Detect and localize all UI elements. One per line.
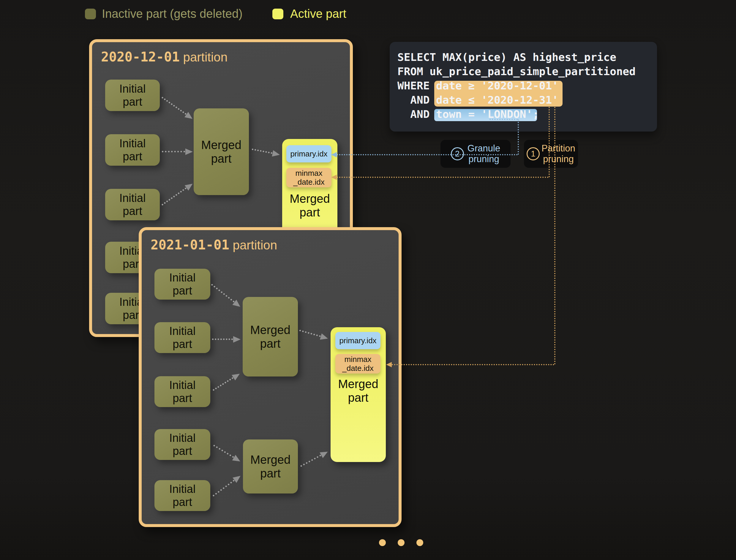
primary-idx-chip: primary.idx xyxy=(286,145,331,162)
initial-part: Initial part xyxy=(105,189,160,220)
carousel-dot[interactable] xyxy=(417,539,423,546)
merged-part-label: Merged part xyxy=(282,192,337,219)
primary-idx-chip: primary.idx xyxy=(335,332,381,349)
step-1-icon: 1 xyxy=(527,147,540,160)
partition-connector xyxy=(392,364,554,365)
initial-part: Initial part xyxy=(154,429,210,460)
partition-arrowhead-icon xyxy=(386,362,392,367)
merged-part-active: primary.idx minmax_date.idx Merged part xyxy=(330,327,386,462)
initial-part: Initial part xyxy=(154,269,210,300)
partition-connector xyxy=(337,177,549,178)
granule-pruning-text: Granulepruning xyxy=(468,143,500,164)
carousel-dot[interactable] xyxy=(379,539,386,546)
initial-part: Initial part xyxy=(154,480,210,511)
minmax-date-idx-chip: minmax_date.idx xyxy=(335,354,381,374)
granule-pruning-label: 2 Granulepruning xyxy=(441,140,511,168)
partition1-title: 2020-12-01 partition xyxy=(101,49,227,64)
inactive-part-swatch xyxy=(85,9,96,19)
granule-connector xyxy=(518,119,519,155)
merge-arrow xyxy=(162,151,185,152)
granule-connector xyxy=(490,119,518,120)
legend-inactive-label: Inactive part (gets deleted) xyxy=(102,7,243,21)
sql-line: AND date ≤ '2020-12-31' xyxy=(398,93,558,107)
initial-part: Initial part xyxy=(154,322,210,353)
merged-part-inactive: Merged part xyxy=(194,108,249,195)
minmax-date-idx-chip: minmax_date.idx xyxy=(286,168,331,187)
sql-line: WHERE date ≥ '2020-12-01' xyxy=(398,79,558,93)
initial-part: Initial part xyxy=(105,80,160,111)
active-part-swatch xyxy=(272,9,283,19)
granule-arrowhead-icon xyxy=(331,152,337,157)
merge-arrow xyxy=(212,338,233,340)
legend-active-label: Active part xyxy=(290,7,346,21)
partition2-title: 2021-01-01 partition xyxy=(151,237,277,252)
sql-line: SELECT MAX(price) AS highest_price xyxy=(398,50,616,64)
merged-part-inactive: Merged part xyxy=(243,297,298,377)
step-2-icon: 2 xyxy=(451,147,464,160)
sql-line: FROM uk_price_paid_simple_partitioned xyxy=(398,64,636,79)
sql-query-block: SELECT MAX(price) AS highest_price FROM … xyxy=(390,42,657,132)
merged-part-inactive: Merged part xyxy=(243,439,298,493)
partition-arrowhead-icon xyxy=(331,175,337,180)
initial-part: Initial part xyxy=(105,134,160,166)
partition-pruning-label: 1 Partitionpruning xyxy=(524,140,578,168)
initial-part: Initial part xyxy=(154,376,210,407)
pruning-diagram: Inactive part (gets deleted) Active part… xyxy=(0,0,736,560)
carousel-dot[interactable] xyxy=(398,539,405,546)
merged-part-label: Merged part xyxy=(330,377,386,404)
partition-2021-01-01: 2021-01-01 partition Initial part Initia… xyxy=(139,227,402,527)
partition-pruning-text: Partitionpruning xyxy=(542,143,575,164)
